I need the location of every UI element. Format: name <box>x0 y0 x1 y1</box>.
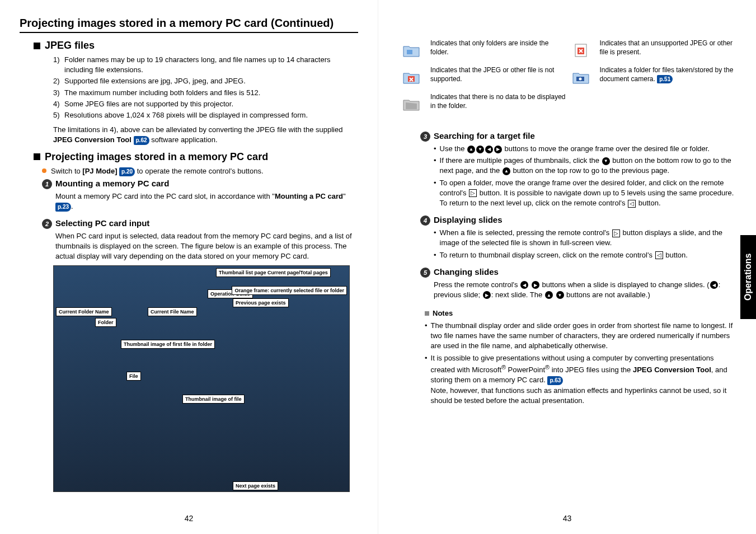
step-num-3-icon: 3 <box>420 132 430 142</box>
left-page: Projecting images stored in a memory PC … <box>0 0 378 534</box>
step2-head: 2 Selecting PC card input <box>42 218 358 229</box>
page-spread: Projecting images stored in a memory PC … <box>0 0 756 534</box>
svg-rect-0 <box>407 50 412 54</box>
legend-row: Indicates that an unsupported JPEG or ot… <box>567 39 737 62</box>
thumbnail-screenshot: Thumbnail list page Current page/Total p… <box>53 265 350 492</box>
legend-text: Indicates that the JPEG or other file is… <box>430 66 567 83</box>
legend-text: Indicates that only folders are inside t… <box>430 39 567 57</box>
jpeg-list: 1)Folder names may be up to 19 character… <box>53 55 358 120</box>
step-num-4-icon: 4 <box>420 216 430 226</box>
notes-head: Notes <box>425 309 736 317</box>
right-button-icon: ▶ <box>494 146 502 153</box>
left-button-icon: ◀ <box>485 146 493 153</box>
page-ref-icon: p.23 <box>55 203 71 212</box>
jpeg-item-5: Resolutions above 1,024 x 768 pixels wil… <box>64 110 308 120</box>
jpeg-item-4: Some JPEG files are not supported by thi… <box>64 99 233 109</box>
jpeg-limitation: The limitations in 4), above can be alle… <box>53 125 358 145</box>
down-button-icon: ▼ <box>556 291 564 299</box>
switch-line: Switch to [PJ Mode] p.20 to operate the … <box>42 166 358 176</box>
note-1: •The thumbnail display order and slide o… <box>425 321 736 352</box>
step2-title: Selecting PC card input <box>55 218 149 228</box>
right-button-icon: ▶ <box>532 281 539 289</box>
page-ref-icon: p.63 <box>547 376 563 385</box>
legend-text: Indicates a folder for files taken/store… <box>600 66 737 83</box>
step5-title: Changing slides <box>434 267 499 277</box>
folder-x-icon <box>398 66 425 88</box>
step1-title: Mounting a memory PC card <box>55 179 169 188</box>
step5-head: 5 Changing slides <box>420 267 736 278</box>
up-button-icon: ▲ <box>467 146 475 153</box>
step3-b2: •If there are multiple pages of thumbnai… <box>434 156 736 176</box>
legend-row: Indicates that the JPEG or other file is… <box>398 66 567 88</box>
square-bullet-icon <box>34 153 40 160</box>
label-prev-page: Previous page exists <box>233 298 289 307</box>
label-cur-folder: Current Folder Name <box>56 307 112 316</box>
label-folder: Folder <box>95 318 116 327</box>
up-button-icon: ▲ <box>503 167 510 175</box>
legend-row: Indicates that there is no data to be di… <box>398 93 567 115</box>
down-button-icon: ▼ <box>476 146 484 153</box>
label-thumb-page: Thumbnail list page Current page/Total p… <box>216 268 331 277</box>
label-file: File <box>126 372 141 381</box>
orange-dot-icon <box>42 168 46 173</box>
file-x-icon <box>567 39 594 62</box>
step-num-5-icon: 5 <box>420 268 430 278</box>
label-cur-file: Current File Name <box>148 307 197 316</box>
step3-title: Searching for a target file <box>434 131 535 140</box>
page-number-right: 43 <box>563 514 572 523</box>
left-button-icon: ◀ <box>520 281 528 289</box>
step4-b2: •To return to thumbnail display screen, … <box>434 250 736 260</box>
page-ref-icon: p.20 <box>119 167 135 176</box>
enter-button-icon: ▷ <box>469 189 477 197</box>
proj-title: Projecting images stored in a memory PC … <box>45 151 268 163</box>
right-button-icon: ▶ <box>483 291 491 299</box>
step4-head: 4 Displaying slides <box>420 215 736 226</box>
page-ref-icon: p.62 <box>134 136 149 145</box>
jpeg-item-2: Supported file extensions are jpg, JPG, … <box>64 76 246 86</box>
label-next-page: Next page exists <box>233 481 278 490</box>
svg-point-5 <box>579 78 581 81</box>
legend-text: Indicates that an unsupported JPEG or ot… <box>600 39 737 57</box>
step4-b1: •When a file is selected, pressing the r… <box>434 228 736 248</box>
step3-b3: •To open a folder, move the orange frame… <box>434 178 736 209</box>
legend-text: Indicates that there is no data to be di… <box>430 93 567 110</box>
page-title: Projecting images stored in a memory PC … <box>20 17 358 33</box>
up-button-icon: ▲ <box>545 291 553 299</box>
step3-b1: •Use the ▲▼◀▶ buttons to move the orange… <box>434 144 736 154</box>
gray-bullet-icon <box>425 311 429 316</box>
legend-row: Indicates that only folders are inside t… <box>398 39 567 62</box>
page-number-left: 42 <box>185 514 194 523</box>
right-page: Indicates that only folders are inside t… <box>378 0 756 534</box>
folder-empty-icon <box>398 93 425 115</box>
enter-button-icon: ▷ <box>612 229 620 237</box>
jpeg-section-head: JPEG files <box>34 40 358 51</box>
jpeg-title: JPEG files <box>45 40 95 51</box>
left-button-icon: ◀ <box>710 281 718 289</box>
step3-head: 3 Searching for a target file <box>420 131 736 142</box>
step1-text: Mount a memory PC card into the PC card … <box>55 191 358 212</box>
folder-only-icon <box>398 39 425 62</box>
label-thumb-file: Thumbnail image of file <box>182 395 245 404</box>
proj-section-head: Projecting images stored in a memory PC … <box>34 151 358 163</box>
back-button-icon: ◁ <box>655 251 663 259</box>
side-tab-operations: Operations <box>740 235 756 319</box>
icon-legend: Indicates that only folders are inside t… <box>398 39 736 120</box>
step4-title: Displaying slides <box>434 215 503 224</box>
square-bullet-icon <box>34 43 40 49</box>
label-orange-frame: Orange frame: currently selected file or… <box>232 286 347 295</box>
step-num-1-icon: 1 <box>42 179 52 189</box>
notes-title: Notes <box>433 309 453 317</box>
legend-row: Indicates a folder for files taken/store… <box>567 66 737 88</box>
jpeg-item-3: The maximum number including both folder… <box>64 88 260 98</box>
back-button-icon: ◁ <box>628 200 636 208</box>
step2-text: When PC card input is selected, data rea… <box>55 231 358 262</box>
down-button-icon: ▼ <box>602 157 610 165</box>
label-thumb-first: Thumbnail image of first file in folder <box>121 340 215 349</box>
step1-head: 1 Mounting a memory PC card <box>42 179 358 189</box>
note-2: •It is possible to give presentations wi… <box>425 353 736 406</box>
step5-text: Press the remote control's ◀ ▶ buttons w… <box>434 280 736 300</box>
camera-folder-icon <box>567 66 594 88</box>
step-num-2-icon: 2 <box>42 219 52 229</box>
page-ref-icon: p.51 <box>657 75 673 83</box>
jpeg-item-1: Folder names may be up to 19 characters … <box>64 55 358 75</box>
